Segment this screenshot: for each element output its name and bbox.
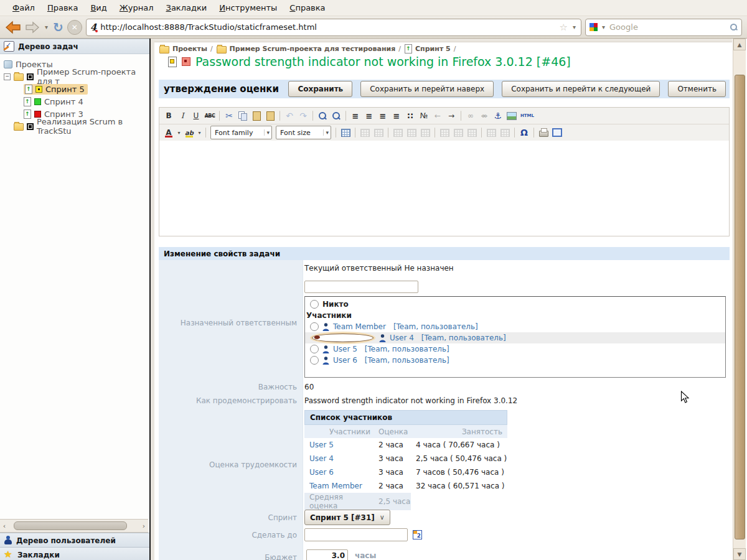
separator[interactable] (355, 128, 355, 138)
user-link[interactable]: User 4 (390, 334, 414, 342)
radio-user[interactable] (310, 345, 319, 353)
radio-user[interactable] (310, 322, 319, 331)
italic-icon[interactable]: I (176, 110, 189, 121)
scroll-up-icon[interactable]: ▲ (733, 39, 746, 50)
save-button[interactable]: Сохранить (288, 81, 352, 97)
menu-item[interactable]: Файл (6, 1, 41, 14)
user-tree-panel-header[interactable]: Дерево пользователей (0, 533, 149, 548)
table-row-props-icon[interactable] (359, 127, 371, 138)
copy-icon[interactable] (237, 110, 249, 121)
save-and-up-button[interactable]: Сохранить и перейти наверх (360, 81, 494, 97)
align-right-icon[interactable]: ≡ (377, 110, 389, 121)
tree-item-sprint4[interactable]: Спринт 4 (0, 95, 149, 108)
bookmark-star-icon[interactable]: ☆ (560, 22, 568, 33)
assignee-option-user[interactable]: Team Member [Team, пользователь] (305, 321, 725, 332)
assignee-option-none[interactable]: Никто (305, 299, 725, 310)
breadcrumb-item[interactable]: Пример Scrum-проекта для тестирования / (217, 45, 401, 54)
menu-item[interactable]: Закладки (160, 1, 214, 14)
find-icon[interactable] (316, 110, 329, 121)
history-dropdown-icon[interactable]: ▾ (44, 24, 49, 30)
breadcrumb-label[interactable]: Проекты (172, 45, 207, 53)
sprint-select[interactable]: Спринт 5 [#31] ∨ (304, 510, 390, 525)
separator[interactable] (461, 111, 461, 121)
radio-user[interactable] (310, 356, 319, 365)
radio-none[interactable] (310, 300, 319, 309)
insert-col-after-icon[interactable] (452, 127, 464, 138)
menu-item[interactable]: Правка (41, 1, 84, 14)
underline-icon[interactable]: U (190, 110, 202, 121)
insert-col-before-icon[interactable] (438, 127, 451, 138)
search-bar[interactable]: ▾ Google (585, 19, 742, 36)
bookmarks-panel-header[interactable]: ★ Закладки (0, 547, 149, 560)
scroll-right-icon[interactable]: › (139, 522, 148, 530)
font-family-select[interactable]: Font family (210, 126, 272, 139)
separator[interactable] (514, 128, 515, 138)
participant-link[interactable]: User 4 (304, 454, 374, 463)
numbered-list-icon[interactable]: № (418, 110, 430, 121)
menu-item[interactable]: Вид (84, 1, 113, 14)
menu-item[interactable]: Справка (283, 1, 331, 14)
separator[interactable] (205, 128, 206, 138)
bold-icon[interactable]: B (162, 110, 175, 121)
menu-item[interactable]: Инструменты (213, 1, 283, 14)
unlink-icon[interactable]: ∞ (478, 110, 491, 121)
collapse-expander-icon[interactable]: − (4, 73, 11, 80)
editor-content-area[interactable] (159, 141, 729, 236)
forecolor-menu-icon[interactable]: ▾ (176, 127, 182, 138)
search-input[interactable]: Google (609, 22, 726, 32)
scroll-down-icon[interactable]: ▼ (733, 548, 746, 560)
insert-row-after-icon[interactable] (405, 127, 418, 138)
image-icon[interactable] (505, 110, 518, 121)
url-text[interactable]: http://localhost:8888/TrackStudio/static… (100, 22, 555, 32)
print-icon[interactable] (537, 127, 550, 138)
assignee-option-user[interactable]: User 6 [Team, пользователь] (305, 355, 725, 366)
menu-item[interactable]: Журнал (113, 1, 160, 14)
cancel-button[interactable]: Отменить (668, 81, 726, 97)
separator[interactable] (280, 111, 280, 121)
scrollbar-thumb[interactable] (735, 75, 745, 539)
assignee-option-user[interactable]: User 4 [Team, пользователь] (305, 332, 725, 343)
strikethrough-icon[interactable]: ABC (204, 110, 216, 121)
separator[interactable] (388, 128, 388, 138)
save-and-next-button[interactable]: Сохранить и перейти к следующей (502, 81, 660, 97)
tree-item-scrum-implementation[interactable]: Реализация Scrum в TrackStu (0, 120, 149, 133)
insert-table-icon[interactable] (339, 127, 352, 138)
link-icon[interactable]: ∞ (464, 110, 477, 121)
indent-icon[interactable]: → (445, 110, 458, 121)
separator[interactable] (435, 128, 435, 138)
separator[interactable] (312, 111, 313, 121)
calendar-icon[interactable] (413, 530, 422, 539)
url-dropdown-icon[interactable]: ▾ (571, 24, 577, 30)
participant-link[interactable]: User 5 (304, 441, 374, 449)
fullscreen-icon[interactable] (551, 127, 563, 138)
paste-word-icon[interactable] (264, 110, 276, 121)
font-size-select[interactable]: Font size (276, 126, 331, 139)
table-cell-props-icon[interactable] (372, 127, 385, 138)
stop-button[interactable]: ✕ (67, 20, 82, 35)
selected-tree-item[interactable]: Спринт 5 (24, 84, 88, 95)
find-replace-icon[interactable] (330, 110, 342, 121)
breadcrumb-label[interactable]: Спринт 5 (415, 45, 451, 53)
breadcrumb-label[interactable]: Пример Scrum-проекта для тестирования (230, 45, 396, 53)
backcolor-menu-icon[interactable]: ▾ (197, 127, 202, 138)
tree-item-scrum-example[interactable]: − Пример Scrum-проекта для т (0, 70, 149, 83)
align-left-icon[interactable]: ≡ (349, 110, 362, 121)
align-center-icon[interactable]: ≡ (363, 110, 375, 121)
redo-icon[interactable]: ↷ (297, 110, 309, 121)
paste-text-icon[interactable] (250, 110, 263, 121)
task-tree-panel-header[interactable]: Дерево задач (0, 39, 149, 54)
align-justify-icon[interactable]: ≡ (390, 110, 403, 121)
cut-icon[interactable]: ✂ (223, 110, 235, 121)
omega-icon[interactable]: Ω (518, 127, 530, 138)
assignee-option-user[interactable]: User 5 [Team, пользователь] (305, 343, 725, 355)
sidebar-horizontal-scrollbar[interactable]: ‹ › (0, 519, 148, 533)
forecolor-icon[interactable]: A (162, 127, 175, 138)
participant-link[interactable]: User 6 (304, 468, 374, 477)
scrollbar-thumb[interactable] (14, 521, 127, 530)
budget-input[interactable]: 3.0 (306, 549, 348, 560)
main-vertical-scrollbar[interactable]: ▲ ▼ (733, 39, 746, 560)
breadcrumb-item[interactable]: Спринт 5 / (405, 44, 456, 54)
delete-row-icon[interactable] (419, 127, 431, 138)
backcolor-icon[interactable]: ab (183, 127, 195, 138)
back-button[interactable] (5, 18, 21, 37)
